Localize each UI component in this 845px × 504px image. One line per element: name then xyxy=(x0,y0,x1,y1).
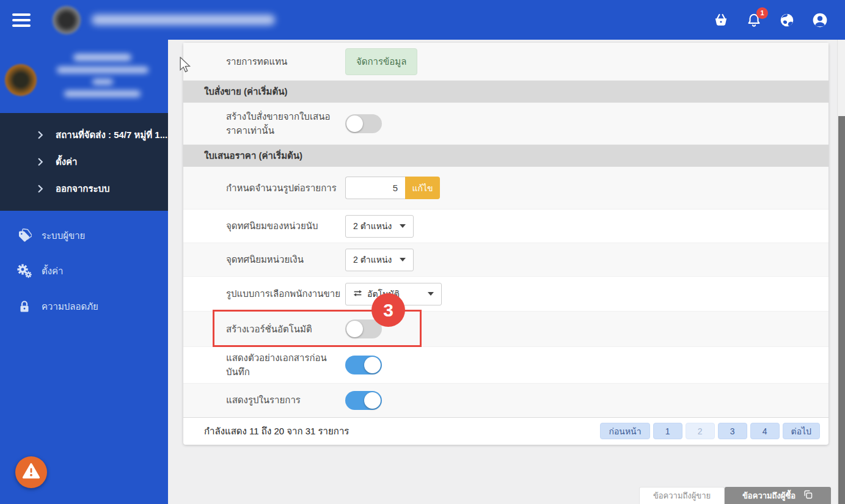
preview-before-save-toggle[interactable] xyxy=(345,356,382,374)
basket-icon[interactable] xyxy=(713,12,729,28)
sidebar-item-label: ตั้งค่า xyxy=(42,264,64,279)
manage-data-button[interactable]: จัดการข้อมูล xyxy=(345,48,417,75)
profile-name-redacted xyxy=(73,54,131,61)
setting-row-decimal-unit: จุดทศนิยมของหน่วยนับ 2 ตำแหน่ง xyxy=(183,210,829,243)
repeat-arrows-icon xyxy=(353,289,362,299)
setting-label: จุดทศนิยมหน่วยเงิน xyxy=(226,252,345,266)
setting-row-decimal-currency: จุดทศนิยมหน่วยเงิน 2 ตำแหน่ง xyxy=(183,243,829,277)
sidebar-main-menu: ระบบผู้ขาย xyxy=(0,211,168,324)
copy-icon[interactable] xyxy=(803,489,813,502)
chevron-down-icon xyxy=(400,258,406,261)
sidebar: สถานที่จัดส่ง : 54/7 หมู่ที่ 1... ตั้งค่… xyxy=(0,40,168,504)
hamburger-menu-icon[interactable] xyxy=(12,13,31,27)
showing-entries-text: กำลังแสดง 11 ถึง 20 จาก 31 รายการ xyxy=(204,424,349,439)
sidebar-item-label: ออกจากระบบ xyxy=(56,181,110,196)
sidebar-item-label: สถานที่จัดส่ง : 54/7 หมู่ที่ 1... xyxy=(56,128,167,142)
warning-fab-button[interactable] xyxy=(15,456,47,488)
setting-label: แสดงรูปในรายการ xyxy=(226,393,345,407)
tab-label: ข้อความถึงผู้ซื้อ xyxy=(742,489,796,502)
decimal-unit-select[interactable]: 2 ตำแหน่ง xyxy=(345,215,414,238)
main-content: รายการทดแทน จัดการข้อมูล ใบสั่งขาย (ค่าเ… xyxy=(168,40,845,504)
sidebar-item-label: ตั้งค่า xyxy=(56,155,78,169)
company-name-redacted xyxy=(92,15,275,25)
settings-card: รายการทดแทน จัดการข้อมูล ใบสั่งขาย (ค่าเ… xyxy=(183,43,829,445)
sidebar-item-label: ความปลอดภัย xyxy=(42,299,98,314)
sidebar-item-settings-sub[interactable]: ตั้งค่า xyxy=(0,148,168,175)
setting-row-salesperson-mode: รูปแบบการเลือกพนักงานขาย xyxy=(183,277,829,312)
setting-row-auto-version: สร้างเวอร์ชั่นอัตโนมัติ 3 xyxy=(183,312,829,347)
select-value: 2 ตำแหน่ง xyxy=(353,219,392,233)
sidebar-item-settings[interactable]: ตั้งค่า xyxy=(0,254,168,289)
notifications-bell-icon[interactable]: 1 xyxy=(746,12,762,28)
pagination-page-1[interactable]: 1 xyxy=(653,423,682,439)
lock-icon xyxy=(17,299,32,314)
setting-row-replacement-items: รายการทดแทน จัดการข้อมูล xyxy=(183,43,829,81)
tab-message-to-buyer[interactable]: ข้อความถึงผู้ซื้อ xyxy=(725,487,831,504)
so-from-quote-toggle[interactable] xyxy=(345,114,382,133)
message-tabs: ข้อความถึงผู้ขาย ข้อความถึงผู้ซื้อ xyxy=(639,487,831,504)
setting-label: สร้างใบสั่งขายจากใบเสนอราคาเท่านั้น xyxy=(226,109,345,138)
pagination-prev-button[interactable]: ก่อนหน้า xyxy=(600,423,649,439)
notification-badge: 1 xyxy=(756,7,768,19)
chevron-down-icon xyxy=(400,224,406,228)
setting-row-so-from-quote-only: สร้างใบสั่งขายจากใบเสนอราคาเท่านั้น xyxy=(183,103,829,145)
profile-email-redacted xyxy=(64,90,141,97)
account-user-icon[interactable] xyxy=(812,12,828,28)
pagination-next-button[interactable]: ต่อไป xyxy=(783,423,820,439)
tab-message-to-seller[interactable]: ข้อความถึงผู้ขาย xyxy=(639,487,725,504)
profile-address-redacted xyxy=(57,67,148,73)
setting-label: แสดงตัวอย่างเอกสารก่อนบันทึก xyxy=(226,351,345,379)
setting-label: สร้างเวอร์ชั่นอัตโนมัติ xyxy=(226,322,345,336)
pagination-page-4[interactable]: 4 xyxy=(750,423,780,439)
images-per-item-input[interactable] xyxy=(345,177,405,199)
annotation-step-badge: 3 xyxy=(371,293,405,327)
setting-row-show-images-in-list: แสดงรูปในรายการ xyxy=(183,384,829,418)
company-logo xyxy=(53,6,81,34)
section-header-quotation: ใบเสนอราคา (ค่าเริ่มต้น) xyxy=(183,145,829,167)
tab-label: ข้อความถึงผู้ขาย xyxy=(653,489,711,502)
sidebar-item-seller-system[interactable]: ระบบผู้ขาย xyxy=(0,218,168,254)
setting-label: กำหนดจำนวนรูปต่อรายการ xyxy=(226,181,345,195)
setting-label: รายการทดแทน xyxy=(226,54,345,68)
scrollbar-thumb[interactable] xyxy=(838,116,845,504)
app-page: 1 xyxy=(0,0,845,504)
pagination-page-2-current[interactable]: 2 xyxy=(686,423,715,439)
chevron-down-icon xyxy=(428,292,434,296)
setting-label: รูปแบบการเลือกพนักงานขาย xyxy=(226,287,345,301)
section-header-sales-order: ใบสั่งขาย (ค่าเริ่มต้น) xyxy=(183,81,829,103)
setting-row-preview-before-save: แสดงตัวอย่างเอกสารก่อนบันทึก xyxy=(183,347,829,384)
setting-row-images-per-item: กำหนดจำนวนรูปต่อรายการ แก้ไข xyxy=(183,167,829,210)
show-images-toggle[interactable] xyxy=(345,391,382,410)
warning-triangle-icon xyxy=(22,462,40,482)
setting-label: จุดทศนิยมของหน่วยนับ xyxy=(226,219,345,233)
edit-button[interactable]: แก้ไข xyxy=(405,177,440,199)
sidebar-item-label: ระบบผู้ขาย xyxy=(42,228,85,243)
sidebar-profile xyxy=(0,40,168,113)
profile-line-redacted xyxy=(92,79,113,85)
pagination-page-3[interactable]: 3 xyxy=(718,423,747,439)
sidebar-item-security[interactable]: ความปลอดภัย xyxy=(0,289,168,324)
profile-avatar xyxy=(5,64,37,96)
header-actions: 1 xyxy=(713,12,828,28)
sidebar-item-shipping-address[interactable]: สถานที่จัดส่ง : 54/7 หมู่ที่ 1... xyxy=(0,122,168,148)
select-value: 2 ตำแหน่ง xyxy=(353,253,392,266)
globe-language-icon[interactable] xyxy=(779,12,795,28)
sidebar-item-logout[interactable]: ออกจากระบบ xyxy=(0,175,168,202)
vertical-scrollbar xyxy=(837,40,845,504)
pagination: ก่อนหน้า 1 2 3 4 ต่อไป xyxy=(600,423,820,439)
table-footer: กำลังแสดง 11 ถึง 20 จาก 31 รายการ ก่อนหน… xyxy=(183,418,829,445)
tags-icon xyxy=(17,228,32,243)
gears-icon xyxy=(17,264,32,279)
top-header: 1 xyxy=(0,0,845,40)
decimal-currency-select[interactable]: 2 ตำแหน่ง xyxy=(345,249,414,271)
sidebar-submenu: สถานที่จัดส่ง : 54/7 หมู่ที่ 1... ตั้งค่… xyxy=(0,113,168,211)
